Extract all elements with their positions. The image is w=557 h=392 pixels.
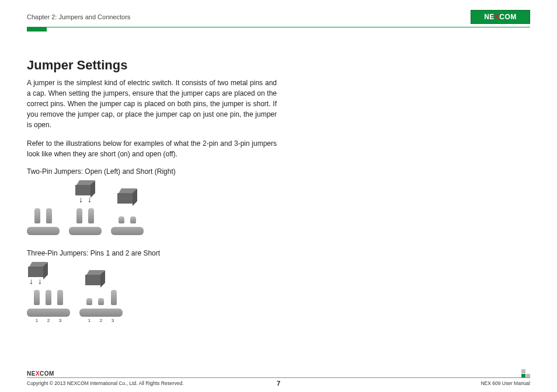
chapter-label: Chapter 2: Jumpers and Connectors xyxy=(27,13,130,20)
footer-logo-b: COM xyxy=(40,370,54,377)
page-header: Chapter 2: Jumpers and Connectors NEXCOM xyxy=(27,9,530,24)
pin-number-labels: 1 2 3 xyxy=(86,317,116,323)
document-page: Chapter 2: Jumpers and Connectors NEXCOM… xyxy=(0,0,557,392)
down-arrow-icon: ↓ ↓ xyxy=(79,197,92,205)
three-pin-caption: Three-Pin Jumpers: Pins 1 and 2 are Shor… xyxy=(27,249,277,257)
jumper-cap-lowering-icon: ↓ ↓ xyxy=(69,180,102,235)
footer-logo-a: NE xyxy=(27,370,36,377)
three-pin-illustration: ↓ ↓ 1 2 3 xyxy=(27,262,277,323)
three-pin-short-icon: 1 2 3 xyxy=(79,270,123,323)
jumper-short-icon xyxy=(111,188,144,235)
brand-logo: NEXCOM xyxy=(471,10,530,24)
jumper-open-icon xyxy=(27,205,60,235)
paragraph-2: Refer to the illustrations below for exa… xyxy=(27,138,277,159)
three-pin-lowering-icon: ↓ ↓ 1 2 3 xyxy=(27,262,70,323)
page-title: Jumper Settings xyxy=(27,58,277,73)
header-accent-block xyxy=(27,27,47,32)
footer-rule xyxy=(27,377,530,378)
copyright-text: Copyright © 2013 NEXCOM International Co… xyxy=(27,380,183,386)
main-content: Jumper Settings A jumper is the simplest… xyxy=(27,58,277,323)
two-pin-illustration: ↓ ↓ xyxy=(27,180,277,235)
page-number: 7 xyxy=(277,380,280,387)
header-rule xyxy=(27,27,530,27)
logo-part-a: NE xyxy=(484,13,495,21)
brand-logo-text: NEXCOM xyxy=(484,13,517,21)
footer-logo: NEXCOM xyxy=(27,369,67,377)
two-pin-caption: Two-Pin Jumpers: Open (Left) and Short (… xyxy=(27,167,277,176)
paragraph-1: A jumper is the simplest kind of electri… xyxy=(27,78,277,130)
footer-row: Copyright © 2013 NEXCOM International Co… xyxy=(27,380,530,386)
page-footer: NEXCOM Copyright © 2013 NEXCOM Internati… xyxy=(27,369,530,386)
down-arrow-icon: ↓ ↓ xyxy=(29,278,42,286)
manual-name: NEX 609 User Manual xyxy=(481,380,530,386)
footer-logo-x: X xyxy=(36,370,40,377)
logo-part-b: COM xyxy=(499,13,517,21)
pin-number-labels: 1 2 3 xyxy=(34,317,63,323)
